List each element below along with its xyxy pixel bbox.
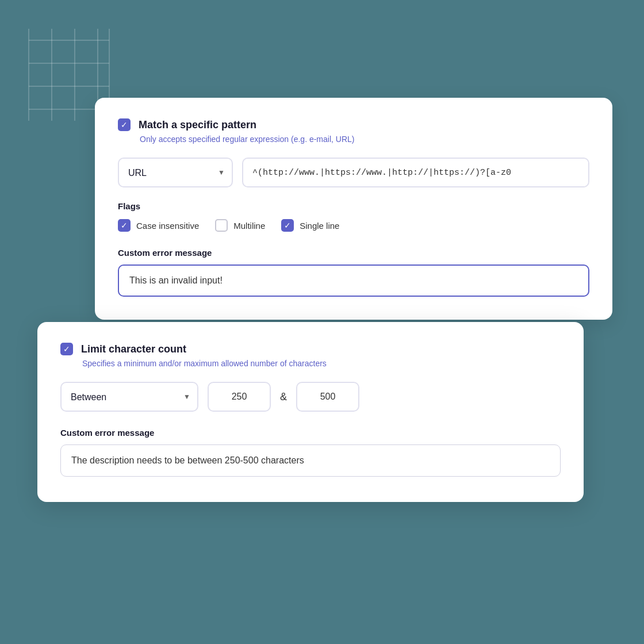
checkmark-icon: ✓ — [63, 345, 70, 353]
card2-error-label: Custom error message — [60, 428, 561, 438]
card1-error-input[interactable] — [118, 264, 589, 297]
max-value-input[interactable] — [296, 382, 359, 412]
flag-multiline: Multiline — [215, 219, 265, 232]
pattern-type-wrapper: URL Email Custom ▼ — [118, 158, 233, 187]
between-select[interactable]: Between At least At most Exactly — [60, 382, 198, 412]
min-value-input[interactable] — [208, 382, 271, 412]
flags-label: Flags — [118, 201, 589, 211]
between-select-wrapper: Between At least At most Exactly ▼ — [60, 382, 198, 412]
multiline-label: Multiline — [233, 221, 265, 231]
case-insensitive-label: Case insensitive — [136, 221, 199, 231]
between-row: Between At least At most Exactly ▼ & — [60, 382, 561, 412]
card2-error-input[interactable] — [60, 444, 561, 477]
flags-row: ✓ Case insensitive Multiline ✓ Single li… — [118, 219, 589, 232]
card1-error-label: Custom error message — [118, 248, 589, 258]
card1-checkbox[interactable]: ✓ — [118, 118, 131, 131]
card-match-pattern: ✓ Match a specific pattern Only accepts … — [95, 98, 612, 320]
card-limit-count: ✓ Limit character count Specifies a mini… — [37, 322, 584, 502]
single-line-label: Single line — [300, 221, 339, 231]
single-line-checkbox[interactable]: ✓ — [281, 219, 294, 232]
regex-input[interactable] — [242, 158, 589, 187]
multiline-checkbox[interactable] — [215, 219, 228, 232]
checkmark-icon: ✓ — [121, 121, 128, 129]
card2-subtitle: Specifies a minimum and/or maximum allow… — [82, 359, 561, 368]
case-insensitive-checkbox[interactable]: ✓ — [118, 219, 131, 232]
ampersand-label: & — [280, 391, 287, 403]
card1-title: Match a specific pattern — [139, 119, 256, 131]
flag-case-insensitive: ✓ Case insensitive — [118, 219, 199, 232]
pattern-row: URL Email Custom ▼ — [118, 158, 589, 187]
flag-single-line: ✓ Single line — [281, 219, 339, 232]
card2-header: ✓ Limit character count — [60, 343, 561, 355]
checkmark-icon: ✓ — [121, 221, 128, 229]
card1-subtitle: Only accepts specified regular expressio… — [140, 135, 589, 144]
checkmark-icon: ✓ — [284, 221, 291, 229]
pattern-type-select[interactable]: URL Email Custom — [118, 158, 233, 187]
card2-checkbox[interactable]: ✓ — [60, 343, 73, 355]
card1-header: ✓ Match a specific pattern — [118, 118, 589, 131]
card2-title: Limit character count — [81, 343, 186, 355]
